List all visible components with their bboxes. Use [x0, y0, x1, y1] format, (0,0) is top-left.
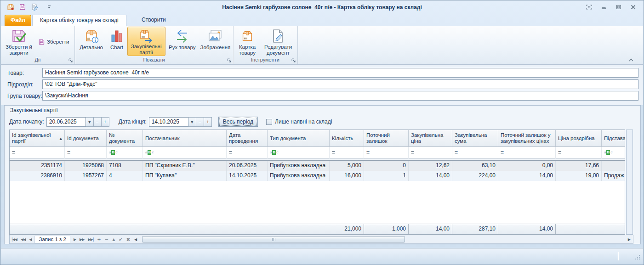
date-start-plus-button[interactable]: + [102, 117, 109, 127]
column-header[interactable]: Кількість [330, 130, 364, 147]
only-in-stock-checkbox[interactable] [266, 119, 272, 125]
auto-filter-cell[interactable]: aBc [143, 147, 227, 158]
date-start-input[interactable]: 20.06.2025 [46, 117, 86, 127]
table-row[interactable]: 235117419250687108ПП "Скрипник Е.В."20.0… [10, 161, 625, 171]
tab-create[interactable]: Створити [135, 15, 172, 26]
collapse-ribbon-icon[interactable] [628, 57, 634, 62]
whole-period-button[interactable]: Весь період [218, 117, 258, 127]
edit-document-button[interactable]: Редагувати документ [260, 27, 296, 56]
vertical-scrollbar[interactable] [626, 130, 633, 235]
resize-grip-icon[interactable] [634, 254, 640, 261]
product-card-button[interactable]: Картка товару [234, 27, 260, 56]
auto-filter-cell[interactable]: = [227, 147, 268, 158]
qat-dropdown-icon[interactable] [45, 3, 53, 11]
save-button[interactable]: Зберегти [35, 37, 72, 47]
auto-filter-cell[interactable]: = [452, 147, 498, 158]
tab-file[interactable]: Файл [5, 15, 31, 26]
table-cell[interactable]: 20.06.2025 [227, 161, 268, 171]
maximize-icon[interactable] [615, 4, 622, 10]
horizontal-scrollbar[interactable] [141, 236, 626, 243]
table-cell[interactable] [602, 161, 625, 171]
save-icon[interactable] [18, 3, 27, 11]
department-field[interactable]: \02 ТОВ "Дрім-Фудс" [42, 79, 638, 89]
only-in-stock-label[interactable]: Лише наявні на складі [275, 118, 332, 125]
close-icon[interactable] [629, 4, 637, 10]
chart-button[interactable]: Chart [106, 27, 127, 56]
save-and-close-icon[interactable] [6, 3, 15, 11]
table-row[interactable]: 238691019572674ПП "Купава"14.10.2025Приб… [10, 171, 625, 181]
column-header[interactable]: Підстава [602, 130, 625, 147]
hscroll-right-icon[interactable]: ▶ [626, 237, 633, 242]
table-cell[interactable]: 1 [364, 171, 409, 181]
auto-filter-cell[interactable]: = [364, 147, 409, 158]
nav-cancel-button[interactable]: ✖ [125, 237, 132, 242]
purchase-batches-button[interactable]: Закупівельні партії [127, 27, 165, 56]
column-header[interactable]: Закупівельна ціна [409, 130, 452, 147]
column-header[interactable]: Тип документа [268, 130, 330, 147]
save-and-close-button[interactable]: Зберегти й закрити [2, 27, 35, 56]
column-header[interactable]: Поточний залишок у закупівельних цінах [498, 130, 556, 147]
table-cell[interactable]: 12,62 [409, 161, 452, 171]
auto-filter-cell[interactable]: = [10, 147, 65, 158]
column-header[interactable]: Id закупівельної партії▲ [10, 130, 65, 147]
tab-card[interactable]: Картка обліку товару на складі [32, 15, 126, 26]
nav-delete-button[interactable]: − [103, 237, 110, 242]
table-cell[interactable]: Прибуткова накладна [268, 161, 330, 171]
hscroll-left-icon[interactable]: ◀ [132, 237, 139, 242]
nav-first-button[interactable]: |◀◀ [10, 237, 19, 242]
date-start-dropdown-icon[interactable]: ▾ [86, 117, 94, 127]
auto-filter-cell[interactable]: aBc [107, 147, 143, 158]
auto-filter-cell[interactable]: aBc [602, 147, 625, 158]
minimize-icon[interactable] [600, 4, 607, 10]
date-end-minus-button[interactable]: − [196, 117, 204, 127]
table-cell[interactable]: 14,00 [409, 171, 452, 181]
table-cell[interactable]: 17,66 [556, 161, 602, 171]
column-header[interactable]: Дата проведення [227, 130, 268, 147]
nav-last-button[interactable]: ▶▶| [86, 237, 95, 242]
table-cell[interactable]: 0 [364, 161, 409, 171]
auto-filter-cell[interactable]: = [330, 147, 364, 158]
details-button[interactable]: Детально [76, 27, 106, 56]
nav-append-button[interactable]: + [95, 237, 103, 242]
dialog-launcher-icon[interactable] [227, 58, 232, 63]
column-header[interactable]: Закупівельна сума [452, 130, 498, 147]
nav-prev-page-button[interactable]: ◀◀ [19, 237, 27, 242]
column-header[interactable]: Поточний залишок [364, 130, 409, 147]
auto-filter-cell[interactable]: = [65, 147, 107, 158]
dialog-launcher-icon[interactable] [291, 58, 296, 63]
auto-filter-cell[interactable]: aBc [268, 147, 330, 158]
fullscreen-icon[interactable] [585, 4, 593, 10]
edit-document-icon[interactable] [30, 3, 39, 11]
column-header[interactable]: Постачальник [143, 130, 227, 147]
table-cell[interactable]: Прибуткова накладна [268, 171, 330, 181]
hscroll-thumb[interactable] [142, 236, 405, 242]
product-field[interactable]: Насіння Semki гарбузове солоне 40г п/е [42, 68, 638, 78]
auto-filter-cell[interactable]: = [498, 147, 556, 158]
table-cell[interactable]: 5,000 [330, 161, 364, 171]
table-cell[interactable]: 63,10 [452, 161, 498, 171]
product-group-field[interactable]: \Закуски\Насіння [42, 91, 638, 101]
nav-prev-button[interactable]: ◀ [27, 237, 33, 242]
table-cell[interactable]: 224,00 [452, 171, 498, 181]
nav-post-button[interactable]: ✔ [117, 237, 124, 242]
table-cell[interactable]: 7108 [107, 161, 143, 171]
table-cell[interactable]: 19,00 [556, 171, 602, 181]
auto-filter-cell[interactable]: = [556, 147, 602, 158]
nav-next-button[interactable]: ▶ [72, 237, 78, 242]
table-cell[interactable]: Продаж вроздріб [602, 171, 625, 181]
column-header[interactable]: Id документа [65, 130, 107, 147]
table-cell[interactable]: 2386910 [10, 171, 65, 181]
images-button[interactable]: Зображення [199, 27, 232, 56]
table-cell[interactable]: ПП "Скрипник Е.В." [143, 161, 227, 171]
date-end-input[interactable]: 14.10.2025 [149, 117, 188, 127]
table-cell[interactable]: ПП "Купава" [143, 171, 227, 181]
table-cell[interactable]: 16,000 [330, 171, 364, 181]
nav-edit-button[interactable]: ▲ [110, 237, 117, 242]
table-cell[interactable]: 14,00 [498, 171, 556, 181]
date-end-plus-button[interactable]: + [204, 117, 212, 127]
column-header[interactable]: Ціна роздрібна [556, 130, 602, 147]
table-cell[interactable]: 1957267 [65, 171, 107, 181]
column-header[interactable]: № документа [107, 130, 143, 147]
nav-next-page-button[interactable]: ▶▶ [78, 237, 86, 242]
goods-movement-button[interactable]: Рух товару [165, 27, 199, 56]
